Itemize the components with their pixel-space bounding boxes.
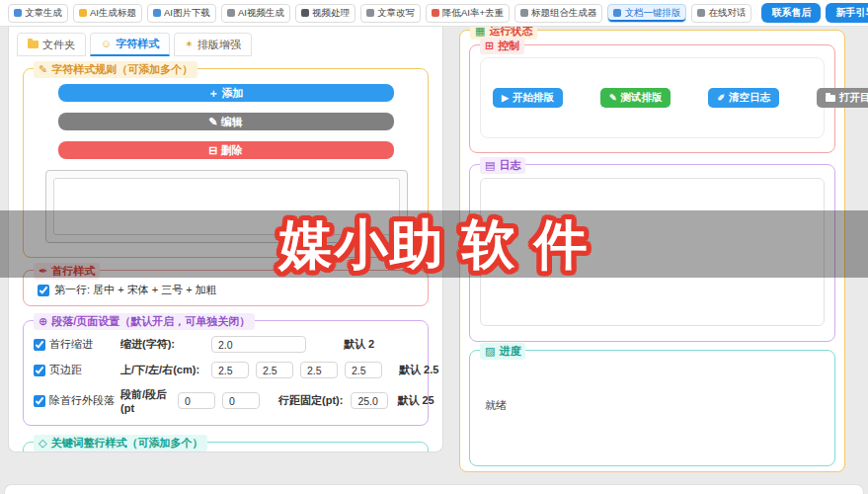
film-icon bbox=[301, 9, 309, 17]
indent-label: 缩进(字符): bbox=[120, 337, 211, 352]
log-section: ▤日志 bbox=[469, 164, 835, 342]
first-line-style-section: ✒首行样式 第一行: 居中 + 宋体 + 三号 + 加粗 bbox=[23, 270, 429, 306]
test-format-button[interactable]: ✎测试排版 bbox=[600, 88, 671, 108]
tab-title-combiner[interactable]: 标题组合生成器 bbox=[514, 4, 603, 23]
spacing-default: 默认 25 bbox=[397, 393, 434, 408]
tab-ai-image-download[interactable]: AI图片下载 bbox=[147, 4, 216, 23]
contact-support-button[interactable]: 联系售后 bbox=[761, 3, 821, 23]
tab-doc-one-click-format[interactable]: 文档一键排版 bbox=[607, 4, 686, 23]
margin-bottom-input[interactable] bbox=[256, 362, 293, 378]
folder-icon bbox=[28, 41, 39, 48]
run-status-panel: ▦运行状态 ⊞控制 ▶开始排版 ✎测试排版 ✐清空日志 打开目录 ▤日志 ▨进度… bbox=[459, 30, 845, 472]
pencil-icon: ✎ bbox=[208, 116, 217, 127]
camera-icon bbox=[227, 9, 235, 17]
spacing-checkbox[interactable] bbox=[34, 395, 45, 407]
chat-bubble-icon bbox=[697, 9, 705, 17]
brush-icon: ✐ bbox=[717, 94, 725, 103]
log-output-area[interactable] bbox=[480, 178, 825, 326]
indent-input[interactable] bbox=[211, 336, 306, 353]
subtab-label: 文件夹 bbox=[42, 38, 75, 52]
diamond-icon: ◇ bbox=[39, 438, 46, 449]
keyword-line-style-section: ◇关键词整行样式（可添加多个） ＋ 添加 bbox=[23, 442, 429, 453]
section-title: ⊕段落/页面设置（默认开启，可单独关闭） bbox=[34, 313, 255, 330]
indent-default: 默认 2 bbox=[344, 337, 374, 352]
section-title: ⊞控制 bbox=[480, 38, 524, 54]
subtab-label: 字符样式 bbox=[116, 37, 159, 51]
control-button-group: ▶开始排版 ✎测试排版 ✐清空日志 打开目录 bbox=[480, 57, 825, 138]
clear-log-button[interactable]: ✐清空日志 bbox=[708, 88, 779, 108]
tab-label: 降低AI率+去重 bbox=[442, 7, 504, 20]
tab-label: 文章生成 bbox=[25, 7, 62, 20]
subtab-format-enhance[interactable]: ✶排版增强 bbox=[174, 33, 251, 56]
bottom-panel-edge bbox=[4, 484, 864, 494]
first-line-checkbox-label: 第一行: 居中 + 宋体 + 三号 + 加粗 bbox=[54, 283, 217, 297]
tab-label: 文章改写 bbox=[377, 7, 415, 20]
app-window: 文章生成 AI生成标题 AI图片下载 AI视频生成 视频处理 文章改写 降低AI… bbox=[0, 0, 868, 494]
line-spacing-input[interactable] bbox=[351, 392, 388, 409]
scroll-icon: ▤ bbox=[485, 160, 495, 171]
pencil-icon: ✎ bbox=[39, 64, 47, 75]
margin-right-input[interactable] bbox=[345, 362, 382, 378]
document-icon bbox=[14, 9, 22, 17]
margins-default: 默认 2.5 bbox=[399, 363, 438, 377]
tab-label: 文档一键排版 bbox=[624, 7, 680, 20]
open-directory-button[interactable]: 打开目录 bbox=[817, 88, 868, 108]
spacing-checkbox-row[interactable]: 除首行外段落 bbox=[34, 393, 120, 408]
tab-article-generate[interactable]: 文章生成 bbox=[8, 4, 68, 23]
indent-checkbox[interactable] bbox=[34, 339, 45, 351]
shield-icon bbox=[432, 9, 439, 17]
rule-listbox-inner bbox=[53, 178, 400, 235]
sparkle-icon bbox=[79, 9, 87, 17]
margins-row: 页边距 上/下/左/右(cm): 默认 2.5 bbox=[34, 362, 418, 378]
combine-icon bbox=[520, 9, 528, 17]
tab-label: 标题组合生成器 bbox=[531, 7, 597, 20]
tab-ai-video-generate[interactable]: AI视频生成 bbox=[221, 4, 290, 23]
section-title: ▤日志 bbox=[480, 157, 525, 174]
start-format-button[interactable]: ▶开始排版 bbox=[493, 88, 563, 108]
char-style-rules-section: ✎字符样式规则（可添加多个） ＋ 添加 ✎ 编辑 ⊟ 删除 bbox=[23, 68, 429, 258]
space-before-input[interactable] bbox=[178, 392, 215, 409]
subtab-folder[interactable]: 文件夹 bbox=[17, 33, 86, 56]
delete-rule-button[interactable]: ⊟ 删除 bbox=[58, 141, 394, 159]
indent-row: 首行缩进 缩进(字符): 默认 2 bbox=[34, 336, 418, 353]
tab-video-process[interactable]: 视频处理 bbox=[295, 4, 355, 23]
tab-label: 视频处理 bbox=[312, 7, 350, 20]
margin-top-input[interactable] bbox=[211, 362, 249, 378]
grid-icon: ⊞ bbox=[485, 41, 494, 51]
margins-label: 上/下/左/右(cm): bbox=[120, 363, 211, 377]
section-title: ✎字符样式规则（可添加多个） bbox=[34, 61, 197, 78]
indent-checkbox-row[interactable]: 首行缩进 bbox=[34, 337, 120, 352]
tab-label: 在线对话 bbox=[708, 7, 746, 20]
play-icon: ▶ bbox=[502, 94, 509, 103]
space-before-after-label: 段前/段后(pt bbox=[120, 387, 178, 414]
first-line-checkbox-row[interactable]: 第一行: 居中 + 宋体 + 三号 + 加粗 bbox=[38, 283, 418, 297]
subtab-char-style[interactable]: ☺字符样式 bbox=[90, 33, 170, 56]
image-icon bbox=[153, 9, 161, 17]
beginner-guide-button[interactable]: 新手引导 bbox=[826, 3, 868, 23]
space-after-input[interactable] bbox=[222, 392, 260, 409]
star-icon: ✶ bbox=[185, 40, 193, 49]
margin-left-input[interactable] bbox=[300, 362, 338, 378]
tab-article-rewrite[interactable]: 文章改写 bbox=[360, 4, 421, 23]
margins-checkbox-row[interactable]: 页边距 bbox=[34, 363, 120, 377]
gear-icon: ⊕ bbox=[39, 316, 47, 327]
tab-label: AI视频生成 bbox=[238, 7, 284, 20]
tab-ai-title[interactable]: AI生成标题 bbox=[73, 4, 142, 23]
smiley-icon: ☺ bbox=[101, 39, 112, 49]
margins-checkbox[interactable] bbox=[34, 365, 45, 376]
settings-subtabs: 文件夹 ☺字符样式 ✶排版增强 bbox=[9, 27, 442, 56]
tab-reduce-ai-dedup[interactable]: 降低AI率+去重 bbox=[426, 4, 510, 23]
spacing-row: 除首行外段落 段前/段后(pt 行距固定(pt): 默认 25 bbox=[34, 387, 418, 414]
add-rule-button[interactable]: ＋ 添加 bbox=[58, 84, 394, 102]
tab-online-chat[interactable]: 在线对话 bbox=[691, 4, 751, 23]
first-line-checkbox[interactable] bbox=[38, 285, 49, 296]
layout-document-icon bbox=[613, 9, 621, 17]
line-spacing-label: 行距固定(pt): bbox=[278, 393, 343, 408]
progress-status-text: 就绪 bbox=[485, 398, 834, 413]
plus-icon: ＋ bbox=[207, 87, 218, 99]
subtab-label: 排版增强 bbox=[197, 38, 241, 52]
top-navbar: 文章生成 AI生成标题 AI图片下载 AI视频生成 视频处理 文章改写 降低AI… bbox=[0, 0, 868, 27]
section-title: ◇关键词整行样式（可添加多个） bbox=[34, 435, 207, 452]
edit-rule-button[interactable]: ✎ 编辑 bbox=[58, 113, 394, 130]
rule-listbox[interactable] bbox=[45, 170, 408, 243]
